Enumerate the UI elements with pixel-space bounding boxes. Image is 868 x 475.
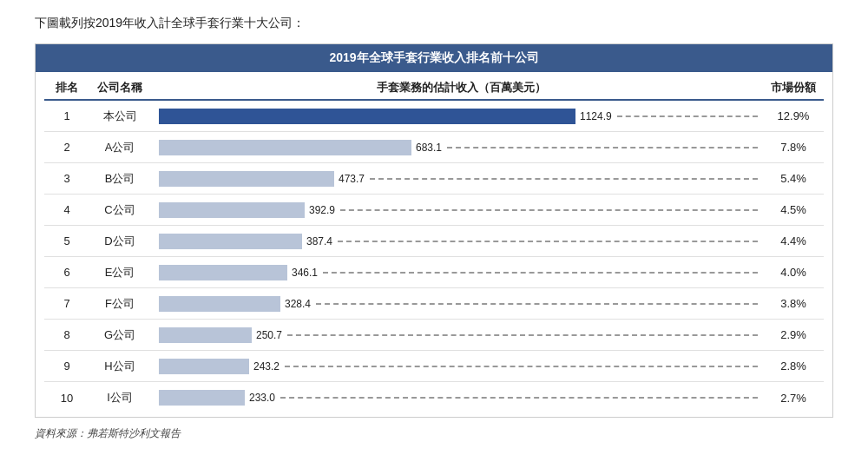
company-cell: D公司 bbox=[89, 234, 150, 249]
company-cell: H公司 bbox=[89, 359, 150, 374]
company-cell: B公司 bbox=[89, 171, 150, 187]
company-cell: 本公司 bbox=[89, 109, 150, 124]
bar-cell: 328.4 bbox=[150, 296, 763, 312]
dash-line bbox=[338, 241, 758, 242]
bar-cell: 473.7 bbox=[150, 171, 763, 187]
bar-label: 233.0 bbox=[249, 392, 275, 404]
chart-container: 2019年全球手套行業收入排名前十公司 排名 公司名稱 手套業務的估計收入（百萬… bbox=[35, 43, 833, 418]
bar-cell: 683.1 bbox=[150, 140, 763, 155]
market-cell: 4.0% bbox=[763, 266, 824, 279]
table-row: 3 B公司 473.7 5.4% bbox=[44, 163, 824, 195]
bar-cell: 233.0 bbox=[150, 390, 763, 406]
data-rows: 1 本公司 1124.9 12.9% 2 A公司 683.1 7.8% bbox=[44, 101, 824, 413]
bar-label: 473.7 bbox=[339, 173, 365, 185]
rank-cell: 5 bbox=[44, 234, 89, 247]
bar-label: 328.4 bbox=[285, 298, 311, 310]
table-row: 5 D公司 387.4 4.4% bbox=[44, 226, 824, 257]
market-cell: 2.7% bbox=[763, 392, 824, 405]
company-cell: C公司 bbox=[89, 202, 150, 218]
table-row: 8 G公司 250.7 2.9% bbox=[44, 320, 824, 351]
bar-label: 1124.9 bbox=[580, 110, 612, 122]
market-cell: 2.8% bbox=[763, 360, 824, 373]
dash-line bbox=[447, 147, 758, 148]
company-cell: A公司 bbox=[89, 140, 150, 155]
company-cell: I公司 bbox=[89, 390, 150, 406]
header-row: 排名 公司名稱 手套業務的估計收入（百萬美元） 市場份額 bbox=[44, 76, 824, 101]
market-cell: 2.9% bbox=[763, 328, 824, 341]
bar-cell: 387.4 bbox=[150, 234, 763, 249]
bar-label: 683.1 bbox=[416, 142, 442, 154]
table-row: 1 本公司 1124.9 12.9% bbox=[44, 101, 824, 132]
rank-cell: 2 bbox=[44, 141, 89, 154]
dash-line bbox=[316, 303, 758, 305]
dash-line bbox=[370, 178, 758, 180]
company-cell: E公司 bbox=[89, 265, 150, 280]
market-cell: 4.4% bbox=[763, 234, 824, 247]
rank-cell: 1 bbox=[44, 109, 89, 122]
source-text: 資料來源：弗若斯特沙利文報告 bbox=[35, 426, 833, 441]
header-bar: 手套業務的估計收入（百萬美元） bbox=[150, 80, 763, 96]
rank-cell: 7 bbox=[44, 297, 89, 310]
chart-title: 2019年全球手套行業收入排名前十公司 bbox=[36, 44, 832, 72]
company-cell: G公司 bbox=[89, 327, 150, 343]
dash-line bbox=[287, 334, 758, 336]
bar-cell: 392.9 bbox=[150, 202, 763, 218]
dash-line bbox=[323, 272, 758, 274]
bar bbox=[159, 296, 280, 312]
rank-cell: 3 bbox=[44, 172, 89, 185]
bar bbox=[159, 234, 302, 249]
bar bbox=[159, 171, 334, 187]
bar bbox=[159, 202, 305, 218]
market-cell: 7.8% bbox=[763, 141, 824, 154]
rank-cell: 8 bbox=[44, 328, 89, 341]
market-cell: 12.9% bbox=[763, 109, 824, 122]
dash-line bbox=[285, 366, 758, 367]
bar-label: 387.4 bbox=[306, 235, 332, 247]
bar-label: 250.7 bbox=[256, 329, 282, 341]
bar-cell: 250.7 bbox=[150, 327, 763, 343]
table-row: 10 I公司 233.0 2.7% bbox=[44, 382, 824, 413]
table-row: 7 F公司 328.4 3.8% bbox=[44, 288, 824, 320]
bar-cell: 1124.9 bbox=[150, 109, 763, 124]
market-cell: 4.5% bbox=[763, 203, 824, 216]
dash-line bbox=[280, 397, 758, 399]
bar-label: 346.1 bbox=[292, 267, 318, 279]
bar bbox=[159, 109, 575, 124]
bar-label: 243.2 bbox=[253, 360, 279, 373]
market-cell: 5.4% bbox=[763, 172, 824, 185]
dash-line bbox=[617, 115, 758, 117]
table-row: 9 H公司 243.2 2.8% bbox=[44, 351, 824, 382]
bar-label: 392.9 bbox=[309, 204, 335, 216]
bar bbox=[159, 359, 249, 374]
intro-text: 下圖載列按2019年收入計全球手套行業十大公司： bbox=[35, 16, 833, 31]
bar bbox=[159, 327, 252, 343]
header-company: 公司名稱 bbox=[89, 80, 150, 96]
dash-line bbox=[340, 209, 758, 211]
bar bbox=[159, 140, 411, 155]
rank-cell: 10 bbox=[44, 392, 89, 405]
header-rank: 排名 bbox=[44, 80, 89, 96]
market-cell: 3.8% bbox=[763, 297, 824, 310]
bar bbox=[159, 390, 245, 406]
bar bbox=[159, 265, 287, 280]
table-row: 4 C公司 392.9 4.5% bbox=[44, 195, 824, 226]
rank-cell: 9 bbox=[44, 360, 89, 373]
table-row: 2 A公司 683.1 7.8% bbox=[44, 132, 824, 163]
company-cell: F公司 bbox=[89, 296, 150, 312]
bar-cell: 346.1 bbox=[150, 265, 763, 280]
rank-cell: 6 bbox=[44, 266, 89, 279]
header-market: 市場份額 bbox=[763, 80, 824, 96]
rank-cell: 4 bbox=[44, 203, 89, 216]
table-area: 排名 公司名稱 手套業務的估計收入（百萬美元） 市場份額 1 本公司 1124.… bbox=[36, 72, 832, 417]
bar-cell: 243.2 bbox=[150, 359, 763, 374]
table-row: 6 E公司 346.1 4.0% bbox=[44, 257, 824, 288]
page-wrapper: 下圖載列按2019年收入計全球手套行業十大公司： 2019年全球手套行業收入排名… bbox=[0, 0, 868, 453]
